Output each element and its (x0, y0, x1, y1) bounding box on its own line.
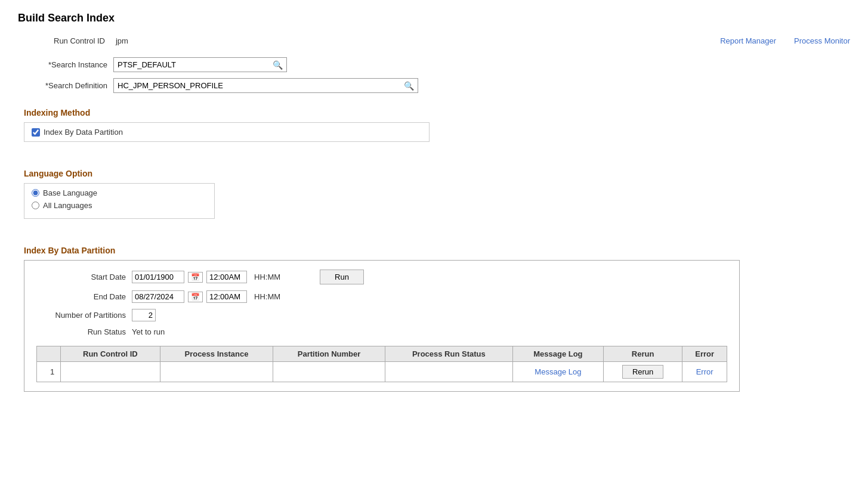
index-by-data-partition-section: Index By Data Partition Start Date 📅 HH:… (18, 246, 850, 392)
run-control-value: jpm (116, 36, 128, 45)
all-languages-label: All Languages (43, 201, 92, 210)
search-definition-field-wrapper: 🔍 (113, 78, 418, 93)
start-date-label: Start Date (36, 273, 132, 281)
end-date-calendar-icon[interactable]: 📅 (188, 292, 203, 302)
search-instance-label: *Search Instance (18, 60, 113, 69)
col-header-num (37, 346, 61, 362)
start-hhmm-label: HH:MM (254, 273, 280, 281)
report-manager-link[interactable]: Report Manager (720, 36, 776, 45)
table-cell-row-num: 1 (37, 362, 61, 382)
search-definition-label: *Search Definition (18, 81, 113, 90)
search-definition-input[interactable] (116, 80, 403, 91)
table-cell-partition-number (273, 362, 385, 382)
run-status-row: Run Status Yet to run (36, 327, 727, 336)
search-instance-group: *Search Instance 🔍 (18, 57, 850, 72)
rerun-button[interactable]: Rerun (622, 365, 663, 379)
all-languages-radio[interactable] (32, 202, 39, 209)
num-partitions-row: Number of Partitions (36, 309, 727, 321)
table-cell-process-run-status (385, 362, 512, 382)
end-date-label: End Date (36, 292, 132, 301)
run-status-value: Yet to run (132, 327, 165, 336)
search-instance-search-icon[interactable]: 🔍 (271, 60, 284, 70)
partition-table: Run Control ID Process Instance Partitio… (36, 346, 727, 382)
search-instance-input[interactable] (116, 59, 271, 70)
table-cell-run-control-id (61, 362, 160, 382)
end-date-group: 📅 HH:MM (132, 290, 280, 303)
process-monitor-link[interactable]: Process Monitor (794, 36, 850, 45)
num-partitions-label: Number of Partitions (36, 311, 132, 320)
col-header-rerun: Rerun (603, 346, 682, 362)
index-by-data-partition-title: Index By Data Partition (24, 246, 850, 255)
indexing-method-box: Index By Data Partition (24, 122, 430, 142)
all-languages-row: All Languages (32, 201, 207, 210)
index-by-partition-label: Index By Data Partition (44, 128, 123, 137)
end-date-input[interactable] (132, 290, 184, 303)
header-row: Run Control ID jpm Report Manager Proces… (18, 36, 850, 45)
header-links: Report Manager Process Monitor (720, 36, 850, 45)
table-cell-rerun: Rerun (603, 362, 682, 382)
page-title: Build Search Index (18, 12, 850, 24)
search-instance-field-wrapper: 🔍 (113, 57, 287, 72)
index-by-partition-checkbox[interactable] (32, 128, 40, 137)
start-time-input[interactable] (206, 271, 247, 283)
table-cell-message-log: Message Log (512, 362, 603, 382)
search-definition-group: *Search Definition 🔍 (18, 78, 850, 93)
run-button[interactable]: Run (320, 270, 364, 284)
col-header-partition-number: Partition Number (273, 346, 385, 362)
end-hhmm-label: HH:MM (254, 292, 280, 301)
language-option-box: Base Language All Languages (24, 183, 215, 219)
col-header-process-instance: Process Instance (160, 346, 273, 362)
base-language-label: Base Language (43, 188, 97, 197)
col-header-process-run-status: Process Run Status (385, 346, 512, 362)
error-link[interactable]: Error (696, 367, 713, 376)
indexing-method-section: Indexing Method Index By Data Partition (18, 108, 850, 142)
run-status-label: Run Status (36, 327, 132, 336)
language-option-section: Language Option Base Language All Langua… (18, 169, 850, 219)
run-control-label: Run Control ID (54, 36, 105, 45)
indexing-method-title: Indexing Method (24, 108, 850, 117)
search-definition-search-icon[interactable]: 🔍 (403, 81, 415, 91)
start-date-calendar-icon[interactable]: 📅 (188, 272, 203, 283)
base-language-radio[interactable] (32, 189, 39, 197)
start-date-input[interactable] (132, 271, 184, 283)
table-cell-error: Error (682, 362, 727, 382)
col-header-message-log: Message Log (512, 346, 603, 362)
num-partitions-input[interactable] (132, 309, 156, 321)
message-log-link[interactable]: Message Log (535, 367, 581, 376)
end-date-row: End Date 📅 HH:MM (36, 290, 727, 303)
index-by-partition-row: Index By Data Partition (32, 128, 422, 137)
language-option-title: Language Option (24, 169, 850, 178)
table-row: 1 Message Log Rerun Error (37, 362, 727, 382)
col-header-error: Error (682, 346, 727, 362)
partition-section-box: Start Date 📅 HH:MM Run End Date 📅 HH:MM … (24, 260, 740, 392)
col-header-run-control-id: Run Control ID (61, 346, 160, 362)
start-date-row: Start Date 📅 HH:MM Run (36, 270, 727, 284)
table-header-row: Run Control ID Process Instance Partitio… (37, 346, 727, 362)
base-language-row: Base Language (32, 188, 207, 197)
end-time-input[interactable] (206, 290, 247, 303)
start-date-group: 📅 HH:MM Run (132, 270, 364, 284)
table-cell-process-instance (160, 362, 273, 382)
